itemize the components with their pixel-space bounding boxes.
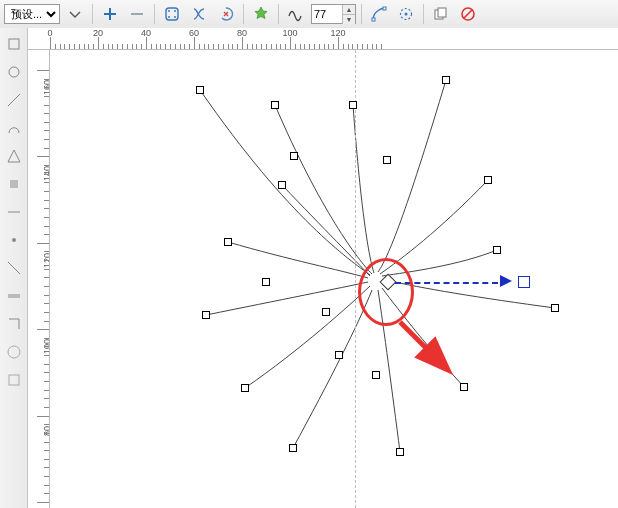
side-tool-10[interactable] bbox=[2, 284, 26, 308]
svg-rect-5 bbox=[372, 18, 375, 21]
side-tool-12[interactable] bbox=[2, 340, 26, 364]
handle-b-icon[interactable] bbox=[394, 2, 418, 26]
duplicate-icon[interactable] bbox=[429, 2, 453, 26]
vector-shape[interactable] bbox=[50, 50, 618, 508]
side-tool-7[interactable] bbox=[2, 200, 26, 224]
path-node[interactable] bbox=[278, 181, 286, 189]
svg-point-1 bbox=[168, 10, 170, 12]
ruler-vertical[interactable]: 1601401201008060 bbox=[28, 50, 50, 508]
path-node[interactable] bbox=[442, 76, 450, 84]
path-node[interactable] bbox=[290, 152, 298, 160]
side-tool-9[interactable] bbox=[2, 256, 26, 280]
path-node[interactable] bbox=[335, 351, 343, 359]
svg-rect-18 bbox=[9, 375, 19, 385]
plus-icon[interactable] bbox=[98, 2, 122, 26]
path-node[interactable] bbox=[493, 246, 501, 254]
path-node[interactable] bbox=[349, 101, 357, 109]
path-node[interactable] bbox=[262, 278, 270, 286]
spin-down[interactable]: ▼ bbox=[342, 15, 355, 24]
spray-amount-field[interactable] bbox=[312, 6, 342, 22]
path-node[interactable] bbox=[484, 176, 492, 184]
path-node[interactable] bbox=[202, 311, 210, 319]
annotation-arrow bbox=[392, 314, 472, 394]
path-node[interactable] bbox=[383, 156, 391, 164]
side-tool-13[interactable] bbox=[2, 368, 26, 392]
svg-rect-6 bbox=[383, 7, 386, 10]
swirl-icon[interactable] bbox=[214, 2, 238, 26]
svg-point-4 bbox=[174, 16, 176, 18]
toolbar: 预设... ▲ ▼ bbox=[0, 0, 618, 29]
side-tool-2[interactable] bbox=[2, 60, 26, 84]
svg-point-2 bbox=[174, 10, 176, 12]
side-tool-4[interactable] bbox=[2, 116, 26, 140]
svg-point-8 bbox=[405, 13, 408, 16]
drawing-canvas[interactable] bbox=[50, 50, 618, 508]
side-tool-3[interactable] bbox=[2, 88, 26, 112]
svg-point-17 bbox=[8, 346, 20, 358]
break-node-icon[interactable] bbox=[187, 2, 211, 26]
side-tool-8[interactable] bbox=[2, 228, 26, 252]
path-node[interactable] bbox=[224, 238, 232, 246]
workspace: 020406080100120 1601401201008060 bbox=[0, 28, 618, 508]
direction-arrow-icon[interactable] bbox=[499, 274, 513, 290]
star-newnode-icon[interactable] bbox=[249, 2, 273, 26]
side-toolbox bbox=[0, 28, 28, 508]
side-tool-1[interactable] bbox=[2, 32, 26, 56]
svg-rect-0 bbox=[166, 8, 178, 20]
side-tool-6[interactable] bbox=[2, 172, 26, 196]
svg-point-3 bbox=[168, 16, 170, 18]
prohibit-icon[interactable] bbox=[456, 2, 480, 26]
path-node[interactable] bbox=[241, 384, 249, 392]
minus-icon[interactable] bbox=[125, 2, 149, 26]
ruler-horizontal[interactable]: 020406080100120 bbox=[28, 28, 618, 50]
handle-a-icon[interactable] bbox=[367, 2, 391, 26]
preset-dropdown-extra[interactable] bbox=[63, 2, 87, 26]
side-tool-11[interactable] bbox=[2, 312, 26, 336]
svg-rect-12 bbox=[9, 39, 19, 49]
svg-rect-14 bbox=[10, 180, 18, 188]
path-node[interactable] bbox=[551, 304, 559, 312]
svg-point-15 bbox=[12, 238, 16, 242]
path-node[interactable] bbox=[372, 371, 380, 379]
wave-icon[interactable] bbox=[284, 2, 308, 26]
direction-end-handle[interactable] bbox=[518, 276, 530, 288]
side-tool-5[interactable] bbox=[2, 144, 26, 168]
path-node[interactable] bbox=[396, 448, 404, 456]
svg-point-13 bbox=[9, 67, 19, 77]
svg-line-19 bbox=[400, 322, 446, 368]
spin-up[interactable]: ▲ bbox=[342, 5, 355, 15]
spray-amount-input[interactable]: ▲ ▼ bbox=[311, 4, 356, 24]
path-node[interactable] bbox=[322, 308, 330, 316]
path-node[interactable] bbox=[271, 101, 279, 109]
join-nodes-icon[interactable] bbox=[160, 2, 184, 26]
path-node[interactable] bbox=[196, 86, 204, 94]
path-node[interactable] bbox=[289, 444, 297, 452]
preset-select[interactable]: 预设... bbox=[4, 4, 60, 24]
guide-line[interactable] bbox=[355, 50, 356, 508]
svg-rect-10 bbox=[438, 8, 446, 17]
svg-rect-16 bbox=[8, 294, 20, 298]
